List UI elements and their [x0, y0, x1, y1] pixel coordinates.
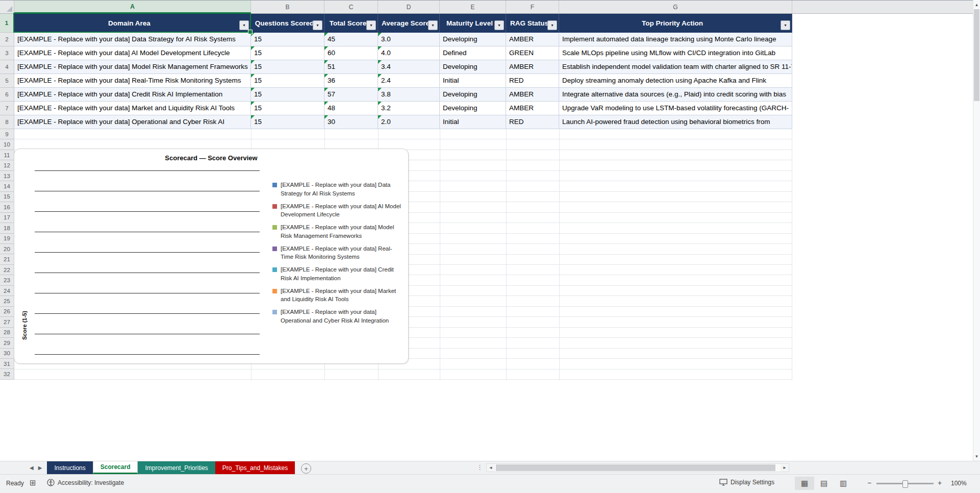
header-total-score[interactable]: Total Score▾	[324, 14, 378, 33]
filter-dropdown-icon[interactable]: ▾	[313, 20, 322, 30]
legend-entry[interactable]: [EXAMPLE - Replace with your data] Credi…	[272, 265, 404, 282]
scroll-right-icon[interactable]: ►	[781, 464, 789, 472]
row-header[interactable]: 12	[0, 160, 14, 170]
filter-dropdown-icon[interactable]: ▾	[781, 20, 790, 30]
row-header[interactable]: 29	[0, 338, 14, 348]
cell-maturity-level[interactable]: Developing	[440, 33, 506, 46]
row-header[interactable]: 13	[0, 171, 14, 181]
cell-rag-status[interactable]: GREEN	[506, 46, 559, 60]
cell-total-score[interactable]: 51	[324, 60, 378, 74]
filter-dropdown-icon[interactable]: ▾	[494, 20, 504, 30]
cell-top-priority-action[interactable]: Scale MLOps pipeline using MLflow with C…	[559, 46, 792, 60]
header-rag-status[interactable]: RAG Status▾	[506, 14, 559, 33]
scroll-down-icon[interactable]: ▼	[973, 452, 980, 460]
cell-maturity-level[interactable]: Developing	[440, 102, 506, 115]
cell-top-priority-action[interactable]: Upgrade VaR modeling to use LSTM-based v…	[559, 102, 792, 115]
cell-questions-scored[interactable]: 15	[251, 46, 324, 60]
cell-rag-status[interactable]: AMBER	[506, 33, 559, 46]
cell-maturity-level[interactable]: Developing	[440, 88, 506, 102]
legend-entry[interactable]: [EXAMPLE - Replace with your data] AI Mo…	[272, 202, 404, 219]
row-header[interactable]: 6	[0, 88, 14, 102]
column-header-b[interactable]: B	[251, 1, 324, 13]
row-header[interactable]: 10	[0, 139, 14, 150]
cell-questions-scored[interactable]: 15	[251, 60, 324, 74]
row-header[interactable]: 7	[0, 102, 14, 115]
cell-top-priority-action[interactable]: Establish independent model validation t…	[559, 60, 792, 74]
column-header-f[interactable]: F	[506, 1, 559, 13]
filter-dropdown-icon[interactable]: ▾	[428, 20, 438, 30]
cell-maturity-level[interactable]: Developing	[440, 60, 506, 74]
filter-dropdown-icon[interactable]: ▾	[547, 20, 557, 30]
row-header[interactable]: 1	[0, 14, 14, 33]
accessibility-status[interactable]: Accessibility: Investigate	[47, 479, 124, 486]
cell-questions-scored[interactable]: 15	[251, 88, 324, 102]
row-header[interactable]: 31	[0, 359, 14, 369]
row-header[interactable]: 8	[0, 115, 14, 129]
workbook-statistics-icon[interactable]: ⊞	[30, 478, 36, 487]
horizontal-scroll-thumb[interactable]	[496, 464, 775, 471]
cell-total-score[interactable]: 45	[324, 33, 378, 46]
horizontal-scrollbar[interactable]: ◄ ►	[486, 463, 789, 472]
row-header[interactable]: 18	[0, 223, 14, 233]
cell-rag-status[interactable]: AMBER	[506, 102, 559, 115]
cell-average-score[interactable]: 4.0	[378, 46, 440, 60]
column-header-e[interactable]: E	[440, 1, 506, 13]
header-questions-scored[interactable]: Questions Scored▾	[251, 14, 324, 33]
cell-top-priority-action[interactable]: Implement automated data lineage trackin…	[559, 33, 792, 46]
legend-entry[interactable]: [EXAMPLE - Replace with your data] Data …	[272, 181, 404, 198]
cell-maturity-level[interactable]: Initial	[440, 115, 506, 129]
cell-total-score[interactable]: 48	[324, 102, 378, 115]
cell-questions-scored[interactable]: 15	[251, 74, 324, 88]
cell-domain-area[interactable]: [EXAMPLE - Replace with your data] Data …	[14, 33, 251, 46]
cell-top-priority-action[interactable]: Integrate alternative data sources (e.g.…	[559, 88, 792, 102]
zoom-slider[interactable]	[876, 483, 934, 484]
cell-questions-scored[interactable]: 15	[251, 33, 324, 46]
legend-entry[interactable]: [EXAMPLE - Replace with your data] Marke…	[272, 287, 404, 304]
embedded-chart[interactable]: Scorecard — Score Overview Score (1-5) […	[14, 149, 409, 364]
column-header-a[interactable]: A	[14, 1, 251, 13]
row-header[interactable]: 4	[0, 60, 14, 74]
cell-top-priority-action[interactable]: Launch AI-powered fraud detection using …	[559, 115, 792, 129]
cell-rag-status[interactable]: AMBER	[506, 88, 559, 102]
zoom-slider-thumb[interactable]	[902, 480, 908, 488]
cell-average-score[interactable]: 2.4	[378, 74, 440, 88]
cell-domain-area[interactable]: [EXAMPLE - Replace with your data] Model…	[14, 60, 251, 74]
cell-average-score[interactable]: 3.4	[378, 60, 440, 74]
normal-view-icon[interactable]: ▦	[795, 477, 814, 490]
column-header-d[interactable]: D	[378, 1, 440, 13]
zoom-in-icon[interactable]: +	[938, 479, 942, 487]
cell-rag-status[interactable]: AMBER	[506, 60, 559, 74]
column-header-g[interactable]: G	[559, 1, 792, 13]
cell-rag-status[interactable]: RED	[506, 74, 559, 88]
header-maturity-level[interactable]: Maturity Level▾	[440, 14, 506, 33]
horizontal-scroll-track[interactable]	[495, 464, 781, 472]
tab-prev-icon[interactable]: ◀	[30, 465, 34, 471]
row-header[interactable]: 27	[0, 317, 14, 327]
column-header-c[interactable]: C	[324, 1, 378, 13]
header-domain-area[interactable]: Domain Area▾	[14, 14, 251, 33]
vertical-scrollbar[interactable]: ▲ ▼	[973, 0, 980, 461]
select-all-button[interactable]	[0, 1, 14, 13]
row-header[interactable]: 2	[0, 33, 14, 46]
display-settings-button[interactable]: Display Settings	[719, 479, 774, 486]
cell-average-score[interactable]: 3.0	[378, 33, 440, 46]
zoom-level[interactable]: 100%	[951, 480, 967, 487]
row-header[interactable]: 9	[0, 129, 14, 139]
cell-domain-area[interactable]: [EXAMPLE - Replace with your data] Marke…	[14, 102, 251, 115]
cell-questions-scored[interactable]: 15	[251, 115, 324, 129]
row-header[interactable]: 26	[0, 307, 14, 317]
page-layout-view-icon[interactable]: ▤	[814, 477, 834, 490]
cell-maturity-level[interactable]: Initial	[440, 74, 506, 88]
row-header[interactable]: 5	[0, 74, 14, 88]
cell-average-score[interactable]: 2.0	[378, 115, 440, 129]
row-header[interactable]: 20	[0, 244, 14, 254]
sheet-tab-improvement-priorities[interactable]: Improvement_Priorities	[138, 461, 215, 474]
legend-entry[interactable]: [EXAMPLE - Replace with your data] Real-…	[272, 244, 404, 261]
cell-top-priority-action[interactable]: Deploy streaming anomaly detection using…	[559, 74, 792, 88]
tab-scrollbar-splitter[interactable]: ⋮	[476, 463, 483, 471]
zoom-out-icon[interactable]: −	[867, 479, 871, 487]
row-header[interactable]: 21	[0, 254, 14, 264]
cell-rag-status[interactable]: RED	[506, 115, 559, 129]
row-header[interactable]: 16	[0, 202, 14, 212]
row-header[interactable]: 24	[0, 286, 14, 296]
